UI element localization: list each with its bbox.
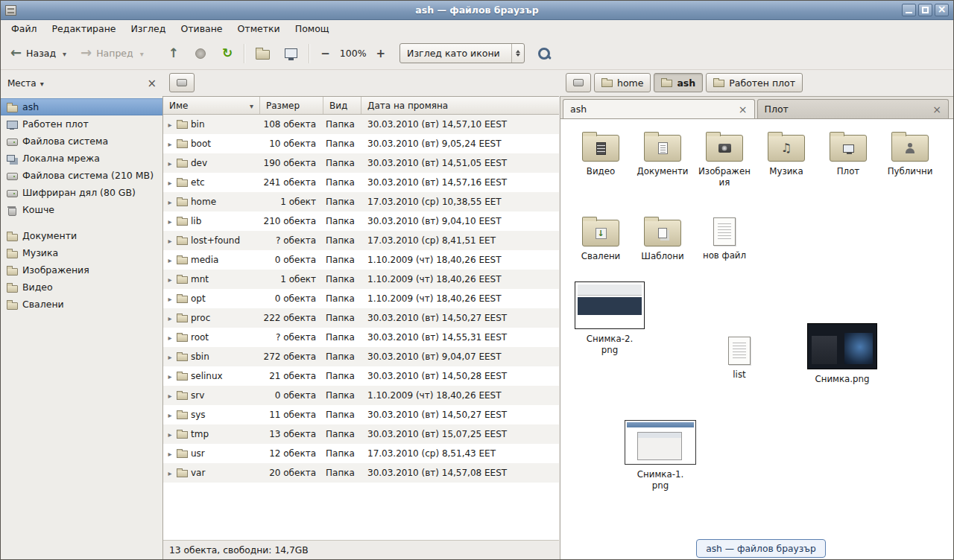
table-row[interactable]: etc 241 обекта Папка 30.03.2010 (вт) 14,… xyxy=(163,173,559,192)
menu-item[interactable]: Редактиране xyxy=(45,21,124,36)
sidebar-item[interactable] xyxy=(1,218,162,227)
menu-item[interactable]: Файл xyxy=(4,21,45,36)
path-segment-button[interactable]: home xyxy=(594,73,651,92)
sidebar-item[interactable]: Кошче xyxy=(1,201,162,218)
table-row[interactable]: selinux 21 обекта Папка 30.03.2010 (вт) … xyxy=(163,366,559,386)
tab-close-icon[interactable] xyxy=(739,104,748,115)
expander-icon[interactable] xyxy=(166,235,174,246)
menu-item[interactable]: Помощ xyxy=(288,21,337,36)
expander-icon[interactable] xyxy=(166,197,174,207)
tab[interactable]: Плот xyxy=(757,99,950,118)
expander-icon[interactable] xyxy=(166,255,174,265)
tab-close-icon[interactable] xyxy=(932,104,941,115)
minimize-button[interactable] xyxy=(902,4,916,16)
expander-icon[interactable] xyxy=(166,313,174,323)
folder-item[interactable]: Видео xyxy=(571,130,631,188)
expander-icon[interactable] xyxy=(166,429,174,439)
sidebar-item[interactable]: Работен плот xyxy=(1,115,162,133)
places-dropdown-icon[interactable] xyxy=(40,78,44,89)
column-header-name[interactable]: Име xyxy=(163,97,260,114)
table-row[interactable]: lib 210 обекта Папка 30.03.2010 (вт) 9,0… xyxy=(163,211,559,231)
sidebar-item[interactable]: Шифриран дял (80 GB) xyxy=(1,184,162,201)
table-row[interactable]: media 0 обекта Папка 1.10.2009 (чт) 18,4… xyxy=(163,250,559,270)
reload-button[interactable] xyxy=(217,44,238,63)
sidebar-item[interactable]: Изображения xyxy=(1,261,162,279)
folder-item[interactable]: Изображения xyxy=(695,130,754,188)
folder-item[interactable]: Свалени xyxy=(571,214,631,262)
column-header-date[interactable]: Дата на промяна xyxy=(361,97,559,114)
view-mode-select[interactable]: Изглед като икони xyxy=(399,43,525,63)
home-button[interactable] xyxy=(250,44,275,63)
table-row[interactable]: var 20 обекта Папка 30.03.2010 (вт) 14,5… xyxy=(163,463,559,483)
zoom-out-button[interactable] xyxy=(315,43,335,64)
menu-item[interactable]: Отиване xyxy=(173,21,230,36)
expander-icon[interactable] xyxy=(166,119,174,130)
expander-icon[interactable] xyxy=(166,410,174,420)
table-row[interactable]: opt 0 обекта Папка 1.10.2009 (чт) 18,40,… xyxy=(163,289,559,308)
forward-button[interactable]: Напред xyxy=(77,44,137,63)
computer-button[interactable] xyxy=(279,45,303,62)
folder-item[interactable]: Публични xyxy=(880,130,940,188)
sidebar-splitter[interactable] xyxy=(162,70,165,559)
back-button[interactable]: Назад xyxy=(7,44,60,63)
table-row[interactable]: proc 222 обекта Папка 30.03.2010 (вт) 14… xyxy=(163,308,559,328)
table-row[interactable]: bin 108 обекта Папка 30.03.2010 (вт) 14,… xyxy=(163,115,559,134)
sidebar-item[interactable]: Файлова система xyxy=(1,133,162,150)
forward-history-dropdown-icon[interactable] xyxy=(137,48,147,59)
table-row[interactable]: srv 0 обекта Папка 1.10.2009 (чт) 18,40,… xyxy=(163,386,559,405)
expander-icon[interactable] xyxy=(166,332,174,343)
tab[interactable]: ash xyxy=(563,99,755,118)
folder-item[interactable]: Документи xyxy=(633,130,692,188)
table-row[interactable]: dev 190 обекта Папка 30.03.2010 (вт) 14,… xyxy=(163,153,559,173)
maximize-button[interactable] xyxy=(918,4,932,16)
expander-icon[interactable] xyxy=(166,216,174,226)
path-segment-button[interactable]: Работен плот xyxy=(706,73,803,92)
expander-icon[interactable] xyxy=(166,371,174,381)
up-button[interactable] xyxy=(163,44,184,63)
expander-icon[interactable] xyxy=(166,351,174,362)
sidebar-item[interactable]: Локална мрежа xyxy=(1,150,162,167)
column-header-type[interactable]: Вид xyxy=(323,97,361,114)
stop-button[interactable] xyxy=(190,45,211,63)
expander-icon[interactable] xyxy=(166,468,174,478)
zoom-in-button[interactable] xyxy=(371,43,391,64)
expander-icon[interactable] xyxy=(166,448,174,459)
sidebar-item[interactable]: ash xyxy=(1,98,162,115)
expander-icon[interactable] xyxy=(166,139,174,149)
path-segment-button[interactable]: ash xyxy=(654,73,703,92)
table-row[interactable]: usr 12 обекта Папка 17.03.2010 (ср) 8,51… xyxy=(163,444,559,463)
places-close-icon[interactable] xyxy=(147,77,157,90)
back-history-dropdown-icon[interactable] xyxy=(60,48,69,59)
table-row[interactable]: home 1 обект Папка 17.03.2010 (ср) 10,38… xyxy=(163,192,559,211)
sidebar-item[interactable]: Музика xyxy=(1,244,162,261)
sidebar-item[interactable]: Видео xyxy=(1,279,162,296)
folder-item[interactable]: нов файл xyxy=(695,214,754,262)
places-title[interactable]: Места xyxy=(7,78,37,89)
column-header-size[interactable]: Размер xyxy=(260,97,323,114)
search-icon[interactable] xyxy=(537,46,552,61)
expander-icon[interactable] xyxy=(166,158,174,168)
expander-icon[interactable] xyxy=(166,293,174,304)
sidebar-item[interactable]: Файлова система (210 MB) xyxy=(1,167,162,184)
close-button[interactable] xyxy=(935,4,949,16)
folder-item[interactable]: Шаблони xyxy=(633,214,692,262)
menu-item[interactable]: Отметки xyxy=(230,21,288,36)
pane-splitter[interactable] xyxy=(557,70,560,559)
expander-icon[interactable] xyxy=(166,274,174,284)
menu-item[interactable]: Изглед xyxy=(124,21,174,36)
table-row[interactable]: root ? обекта Папка 30.03.2010 (вт) 14,5… xyxy=(163,328,559,347)
table-row[interactable]: lost+found ? обекта Папка 17.03.2010 (ср… xyxy=(163,231,559,250)
folder-item[interactable]: Музика xyxy=(756,130,816,188)
titlebar[interactable]: ash — файлов браузър xyxy=(1,1,953,20)
file-item[interactable]: Снимка.png xyxy=(805,323,879,385)
table-row[interactable]: boot 10 обекта Папка 30.03.2010 (вт) 9,0… xyxy=(163,134,559,153)
sidebar-item[interactable]: Свалени xyxy=(1,296,162,313)
table-row[interactable]: sbin 272 обекта Папка 30.03.2010 (вт) 9,… xyxy=(163,347,559,366)
table-row[interactable]: sys 11 обекта Папка 30.03.2010 (вт) 14,5… xyxy=(163,405,559,424)
view-mode-spinner-icon[interactable] xyxy=(511,44,524,63)
expander-icon[interactable] xyxy=(166,390,174,401)
taskbar-window-button[interactable]: ash — файлов браузър xyxy=(696,539,826,558)
table-row[interactable]: mnt 1 обект Папка 1.10.2009 (чт) 18,40,2… xyxy=(163,270,559,289)
filesystem-path-button[interactable] xyxy=(566,73,591,92)
sidebar-item[interactable]: Документи xyxy=(1,227,162,244)
